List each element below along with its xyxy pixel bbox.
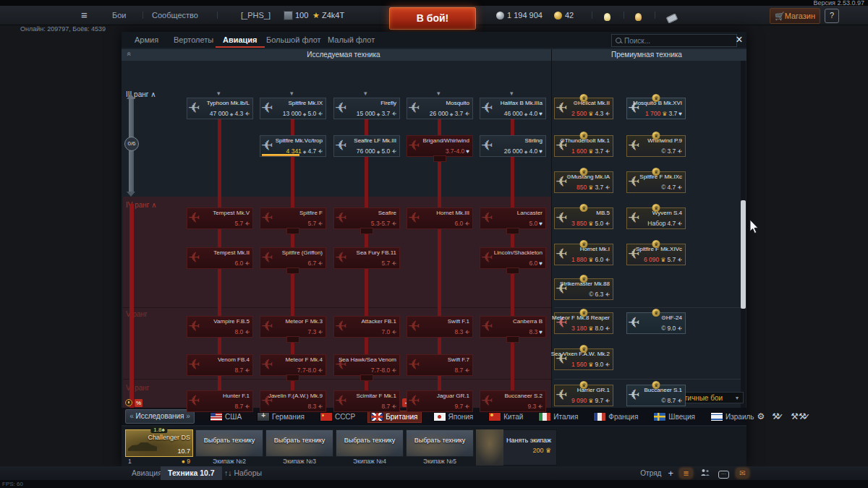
vehicle-jaguar-gr-1[interactable]: ✈Jaguar GR.19.7✈ (407, 390, 473, 412)
vehicle-hornet-mk-iii[interactable]: ✈Hornet Mk.III6.0✈ (407, 207, 473, 229)
repair-all-icon[interactable]: ⚒⚒✓ (791, 411, 810, 421)
vehicle-javelin-f-a-w-mk-9[interactable]: ✈Javelin F.(A.W.) Mk.98.3✈ (260, 390, 326, 412)
nation-италия[interactable]: Италия (536, 411, 581, 422)
nation-китай[interactable]: Китай (486, 411, 526, 422)
gear-icon[interactable]: ⚙ (757, 411, 765, 421)
vehicle-scimitar-f-mk-1[interactable]: ✈Scimitar F Mk.18.7✈ (333, 390, 400, 412)
create-squad-button[interactable]: + (668, 468, 673, 479)
scrollbar-thumb[interactable] (741, 200, 746, 309)
nation-франция[interactable]: Франция (591, 411, 641, 422)
wager-ticket-icon[interactable] (667, 12, 677, 25)
bottom-tab-bundles[interactable]: ↑↓ Наборы (217, 466, 269, 480)
vehicle-typhoon-mk-ib-l[interactable]: ✈Typhoon Mk.Ib/L47 000◆4.3✈ (187, 98, 253, 119)
nation-ссср[interactable]: СССР (318, 411, 358, 422)
silver-lions-balance[interactable]: 1 194 904 (496, 9, 542, 22)
vehicle-sea-fury-fb-11[interactable]: ✈Sea Fury FB.115.7✈ (333, 247, 400, 269)
vehicle-spitfire-mk-vc-trop[interactable]: ✈Spitfire Mk.Vc/trop4 341◆4.7✈ (260, 135, 326, 157)
vehicle-spitfire-f-mk-ixc[interactable]: ♛✈Spitfire F Mk.IXc©4.7✈ (626, 171, 686, 193)
folder-expand-button[interactable] (286, 228, 299, 234)
vehicle-spitfire-f[interactable]: ✈Spitfire F5.7✈ (260, 207, 326, 229)
nation-германия[interactable]: Германия (255, 411, 307, 422)
golden-eagles-balance[interactable]: 42 (554, 9, 574, 22)
vehicle-seafire-lf-mk-iii[interactable]: ✈Seafire LF Mk.III76 000◆5.0✈ (333, 135, 400, 157)
vehicle-hf-24[interactable]: ♛✈⊙HF-24©9.0✈ (626, 312, 686, 334)
vehicle-lancaster[interactable]: ✈Lancaster5.0♥ (480, 207, 546, 229)
vehicle-hellcat-mk-ii[interactable]: ♛✈⊙Hellcat Mk.II2 500♛4.3✈ (554, 98, 613, 119)
crew-slot-4-empty[interactable]: Выбрать техникуЭкипаж №4 (336, 429, 404, 466)
vehicle-sea-vixen-f-a-w-mk-2[interactable]: ♛✈Sea Vixen F.A.W. Mk.21 560♛9.0✈ (554, 348, 613, 370)
vehicle-strikemaster-mk-88[interactable]: ♛✈Strikemaster Mk.88©6.3✈ (554, 278, 613, 300)
tab-aviation[interactable]: Авиация (216, 32, 265, 48)
folder-expand-button[interactable] (506, 336, 519, 343)
vehicle-stirling[interactable]: ✈Stirling26 000◆4.0♥ (480, 135, 546, 157)
nav-battles[interactable]: Бои (112, 9, 126, 22)
nation-швеция[interactable]: Швеция (651, 411, 698, 422)
help-button[interactable]: ? (825, 9, 839, 23)
bottom-tab-vehicles[interactable]: Техника 10.7 (161, 466, 222, 480)
vehicle-mosquito[interactable]: ✈Mosquito26 000◆3.7✈ (407, 98, 473, 119)
vehicle-buccaneer-s-1[interactable]: ♛✈Buccaneer S.1©8.7✈ (626, 385, 686, 406)
shop-button[interactable]: 🛒Магазин (770, 8, 820, 24)
mail-icon[interactable]: ✉ (736, 468, 749, 478)
vehicle-spitfire-mk-ix[interactable]: ✈Spitfire Mk.IX13 000◆5.0✈ (260, 98, 326, 119)
vehicle-harrier-gr-1[interactable]: ♛✈Harrier GR.19 090♛9.7✈ (554, 385, 613, 406)
vehicle-brigand-whirlwind[interactable]: ✈Brigand/Whirlwind3.7-4.0♥ (407, 135, 473, 157)
vehicle-vampire-f-b-5[interactable]: ✈Vampire F.B.58.0✈ (187, 316, 253, 338)
research-mode-button[interactable]: « Исследования » (125, 409, 195, 424)
vehicle-spitfire-f-mk-xivc[interactable]: ♛✈Spitfire F Mk.XIVc6 090♛5.7✈ (626, 244, 686, 265)
nation-британия[interactable]: Британия (368, 411, 420, 422)
vehicle-tempest-mk-v[interactable]: ✈Tempest Mk.V5.7✈ (187, 207, 253, 229)
tab-coastal-fleet[interactable]: Малый флот (320, 32, 382, 48)
hire-crew-button[interactable]: Нанять экипаж200 ♛ (476, 429, 557, 466)
vehicle-lincoln-shackleton[interactable]: ✈Lincoln/Shackleton6.0♥ (480, 247, 546, 269)
vehicle-meteor-f-mk-4[interactable]: ✈Meteor F Mk.47.7-8.0✈ (260, 354, 326, 376)
tab-army[interactable]: Армия (127, 32, 166, 48)
vehicle-mosquito-b-mk-xvi[interactable]: ♛✈Mosquito B Mk.XVI1 700♛3.7♥ (626, 98, 686, 119)
folder-expand-button[interactable] (433, 155, 446, 162)
vehicle-tempest-mk-ii[interactable]: ✈Tempest Mk.II6.0✈ (187, 247, 253, 269)
crew-slot-2-empty[interactable]: Выбрать техникуЭкипаж №2 (195, 429, 263, 466)
folder-expand-button[interactable] (506, 228, 519, 234)
folder-expand-button[interactable] (286, 336, 299, 343)
nav-community[interactable]: Сообщество (152, 9, 198, 22)
squad-members-icon[interactable] (699, 468, 711, 478)
folder-expand-button[interactable] (360, 374, 373, 381)
column-collapse-icon[interactable]: ▾ (364, 90, 367, 97)
search-input[interactable]: Поиск... (611, 34, 737, 47)
vehicle-mustang-mk-ia[interactable]: ♛✈⊙Mustang Mk.IA850♛3.7✈ (554, 171, 613, 193)
close-icon[interactable]: × (733, 33, 746, 46)
vehicle-venom-fb-4[interactable]: ✈Venom FB.48.7✈ (187, 354, 253, 376)
hamburger-menu-icon[interactable]: ≡ (81, 9, 88, 22)
vehicle-whirlwind-p-9[interactable]: ♛✈Whirlwind P.9©3.7✈ (626, 135, 686, 157)
to-battle-button[interactable]: В бой! (389, 7, 476, 30)
crew-slot-5-empty[interactable]: Выбрать техникуЭкипаж №5 (406, 429, 474, 466)
vehicle-thunderbolt-mk-1[interactable]: ♛✈⊙Thunderbolt Mk.11 600♛3.7✈ (554, 135, 613, 157)
vehicle-halifax-b-mk-iiia[interactable]: ✈Halifax B Mk.IIIa46 000◆4.0♥ (480, 98, 546, 119)
collapse-all-icon[interactable]: « (125, 52, 133, 56)
crew-slot-1-selected[interactable]: 1.8♠Challenger DS10.71● 9 (125, 429, 193, 466)
column-collapse-icon[interactable]: ▾ (290, 90, 294, 97)
player-level[interactable]: 100 (284, 9, 308, 22)
vehicle-hunter-f-1[interactable]: ✈Hunter F.18.7✈ (187, 390, 253, 412)
vehicle-spitfire-griffon[interactable]: ✈Spitfire (Griffon)6.7✈ (260, 247, 326, 269)
vehicle-buccaneer-s-2[interactable]: ✈Buccaneer S.29.3✈ (480, 390, 546, 412)
clan-tag[interactable]: [_PHS_] (241, 9, 271, 22)
folder-expand-button[interactable] (286, 374, 299, 381)
tab-bluewater-fleet[interactable]: Большой флот (259, 32, 328, 48)
folder-expand-button[interactable] (506, 267, 519, 274)
vehicle-swift-f-7[interactable]: ✈Swift F.78.7✈ (407, 354, 473, 376)
vehicle-attacker-fb-1[interactable]: ✈Attacker FB.17.0✈ (333, 316, 400, 338)
battle-log-icon[interactable]: ≣ (680, 468, 692, 478)
vehicle-swift-f-1[interactable]: ✈Swift F.18.3✈ (407, 316, 473, 338)
vehicle-wyvern-s-4[interactable]: ♛✈Wyvern S.4Набор4.7✈ (626, 207, 686, 229)
vehicle-seafire[interactable]: ✈Seafire5.3-5.7✈ (333, 207, 400, 229)
crew-slot-3-empty[interactable]: Выбрать техникуЭкипаж №3 (265, 429, 333, 466)
column-collapse-icon[interactable]: ▾ (217, 90, 221, 97)
nation-сша[interactable]: США (208, 411, 244, 422)
folder-expand-button[interactable] (360, 228, 373, 234)
vehicle-mb-5[interactable]: ♛✈MB.53 850♛5.0✈ (554, 207, 613, 229)
column-collapse-icon[interactable]: ▾ (437, 90, 441, 97)
booster-2-icon[interactable] (635, 12, 642, 25)
folder-expand-button[interactable] (286, 267, 299, 274)
vehicle-sea-hawk-sea-venom[interactable]: ✈Sea Hawk/Sea Venom7.7-8.0✈ (333, 354, 400, 376)
